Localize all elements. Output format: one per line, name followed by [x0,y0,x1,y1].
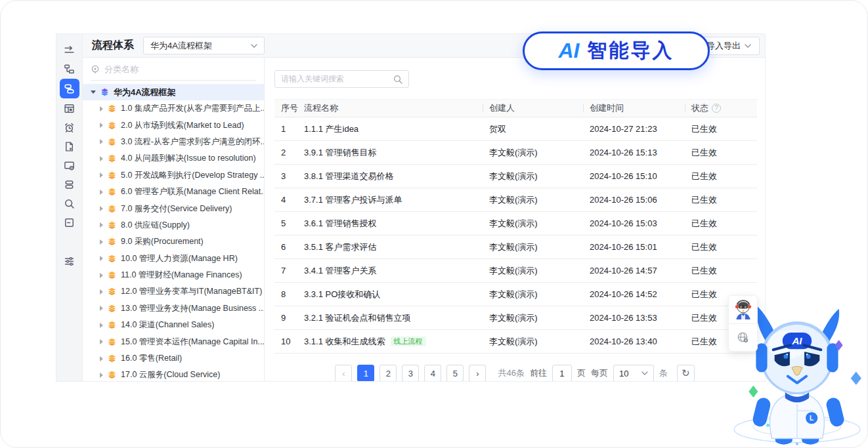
category-search-input[interactable]: 分类名称 [91,64,256,81]
process-name: 3.7.1 管理客户投诉与派单 [304,194,402,206]
list-icon [64,179,75,190]
status-cell: 已生效 [691,171,757,182]
page-title: 流程体系 [92,39,134,52]
tree-item[interactable]: 3.0 流程-从客户需求到客户满意的闭环... [83,134,264,150]
process-name-cell: 3.4.1 管理客户关系 [304,265,489,277]
page-size-select[interactable]: 10 [613,365,654,381]
status-cell: 已生效 [691,123,757,135]
creator-cell: 李文毅(演示) [489,265,590,277]
tree-item[interactable]: 10.0 管理人力资源(Manage HR) [83,251,264,267]
status-cell: 已生效 [691,265,757,277]
org-tree-button[interactable] [60,60,79,78]
floating-helper-widget [728,295,758,352]
creator-cell: 李文毅(演示) [489,147,590,159]
keyword-search-input[interactable]: 请输入关键词搜索 [274,70,409,88]
tree-item[interactable]: 7.0 服务交付(Service Delivery) [83,200,264,216]
page-button[interactable]: 1 [357,365,374,381]
tree-item[interactable]: 12.0 管理业务变革与IT(ManageBT&IT) [83,283,264,300]
3.6.1 管理销售授权-button[interactable]: 5 3.6.1 管理销售授权 李文毅(演示) 2024-10-26 15:03 … [274,212,757,235]
note-button[interactable] [60,213,79,232]
row-index: 10 [274,336,304,346]
tree-root-node[interactable]: 华为4A流程框架 [83,84,264,100]
tree-item[interactable]: 2.0 从市场到线索(Market to Lead) [83,117,264,133]
3.9.1 管理销售目标-button[interactable]: 2 3.9.1 管理销售目标 李文毅(演示) 2024-10-26 15:13 … [274,141,757,165]
alarm-button[interactable] [60,118,79,136]
3.3.1 PO接收和确认-button[interactable]: 8 3.3.1 PO接收和确认 李文毅(演示) 2024-10-26 14:52… [274,283,757,306]
tree-item[interactable]: 9.0 采购(Procurement) [83,234,264,250]
tree-item-label: 17.0 云服务(Cloud Service) [121,369,220,380]
globe-icon [737,331,749,344]
creator-cell: 贺双 [489,123,590,135]
process-name: 3.1.1 收集和生成线索 [304,336,385,348]
tree-item[interactable]: 8.0 供应链(Supply) [83,217,264,234]
collapse-sidebar-icon [64,45,75,56]
category-pin-icon [91,65,100,74]
layers-icon [108,205,116,213]
page-button[interactable]: 5 [446,365,464,381]
caret-right-icon [100,356,103,361]
layers-icon [108,304,116,313]
process-name: 3.9.1 管理销售目标 [304,147,377,159]
status-header-label: 状态 [691,102,708,114]
caret-right-icon [100,289,103,295]
page-button[interactable]: 3 [402,365,419,381]
tree-item[interactable]: 14.0 渠道(Channel Sales) [83,317,264,333]
created-time-cell: 2024-10-26 14:52 [590,289,691,299]
tree-item-label: 13.0 管理业务支持(Manage Business ... [121,303,264,314]
table-body: 1 1.1.1 产生idea 贺双 2024-10-27 21:23 已生效 2… [265,117,765,354]
framework-select[interactable]: 华为4A流程框架 [143,37,265,54]
3.2.1 验证机会点和销售立项-button[interactable]: 9 3.2.1 验证机会点和销售立项 李文毅(演示) 2024-10-26 13… [274,306,757,330]
note-icon [64,217,75,228]
tree-item[interactable]: 13.0 管理业务支持(Manage Business ... [83,300,264,317]
mascot-avatar-icon [733,298,753,320]
tree-item[interactable]: 1.0 集成产品开发(从客户需要到产品上... [83,100,264,117]
category-search-placeholder: 分类名称 [104,64,139,75]
process-name-cell: 1.1.1 产生idea [304,123,489,135]
3.4.1 管理客户关系-button[interactable]: 7 3.4.1 管理客户关系 李文毅(演示) 2024-10-26 14:57 … [274,259,757,283]
collapse-sidebar-button[interactable] [60,41,79,59]
tree-item-label: 16.0 零售(Retail) [121,353,182,364]
1.1.1 产生idea-button[interactable]: 1 1.1.1 产生idea 贺双 2024-10-27 21:23 已生效 [274,117,757,141]
refresh-icon[interactable]: ↻ [677,365,695,381]
mascot-avatar-button[interactable] [729,296,757,323]
chevron-down-icon [641,371,648,375]
tree-item[interactable]: 6.0 管理客户联系(Manage Client Relat... [83,184,264,200]
tree-item-label: 8.0 供应链(Supply) [121,220,190,231]
import-export-label: 导入导出 [706,40,741,52]
next-page-button[interactable]: › [469,365,486,381]
search-button[interactable] [60,194,79,213]
page-unit-label: 页 [577,367,586,379]
caret-right-icon [100,373,103,378]
tree-item[interactable]: 5.0 开发战略到执行(Develop Strategy ... [83,167,264,184]
row-index: 6 [274,242,304,252]
tree-item[interactable]: 4.0 从问题到解决(Issue to resolution) [83,150,264,167]
app-grid-icon [64,103,75,114]
caret-right-icon [100,256,103,261]
prev-page-button[interactable]: ‹ [335,365,352,381]
browser-settings-button[interactable] [60,156,79,174]
goto-page-input[interactable] [552,365,572,381]
3.5.1 客户需求评估-button[interactable]: 6 3.5.1 客户需求评估 李文毅(演示) 2024-10-26 15:01 … [274,235,757,259]
tree-item-label: 9.0 采购(Procurement) [121,236,204,247]
tree-item[interactable]: 16.0 零售(Retail) [83,350,264,367]
document-button[interactable] [60,137,79,155]
3.7.1 管理客户投诉与派单-button[interactable]: 4 3.7.1 管理客户投诉与派单 李文毅(演示) 2024-10-26 15:… [274,188,757,212]
page-button[interactable]: 4 [424,365,441,381]
3.1.1 收集和生成线索-button[interactable]: 10 3.1.1 收集和生成线索 线上流程 李文毅(演示) 2024-10-26… [274,330,757,354]
status-cell: 已生效 [691,218,757,230]
list-button[interactable] [60,175,79,193]
tree-item[interactable]: 15.0 管理资本运作(Manage Capital In... [83,333,264,350]
ai-smart-import-badge[interactable]: AI 智能导入 [523,31,710,70]
tree-item[interactable]: 11.0 管理财经(Manage Finances) [83,267,264,283]
row-index: 9 [274,313,304,323]
tree-item[interactable]: 17.0 云服务(Cloud Service) [83,367,264,381]
process-flow-button[interactable] [60,79,79,98]
app-grid-button[interactable] [60,99,79,117]
3.8.1 管理渠道交易价格-button[interactable]: 3 3.8.1 管理渠道交易价格 李文毅(演示) 2024-10-26 15:1… [274,165,757,188]
help-icon[interactable]: ? [712,104,721,113]
caret-right-icon [100,222,103,228]
page-button[interactable]: 2 [380,365,397,381]
filter-sliders-button[interactable] [60,252,79,270]
search-icon [393,75,402,84]
globe-button[interactable] [729,323,757,352]
